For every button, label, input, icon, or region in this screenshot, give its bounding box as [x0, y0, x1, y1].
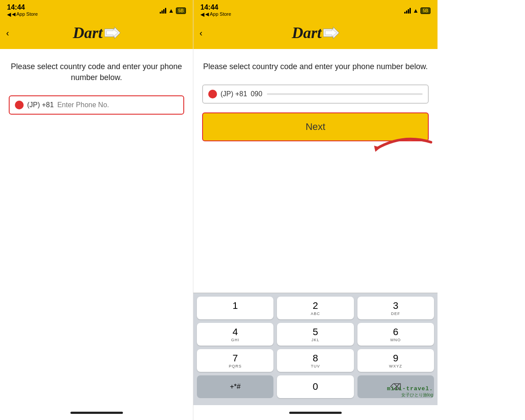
right-status-left: 14:44 ◀ ◀ App Store	[200, 4, 231, 18]
left-home-bar	[70, 412, 123, 414]
left-dart-arrow-icon	[105, 26, 120, 39]
left-phone-input-container[interactable]: (JP) +81	[9, 95, 184, 115]
watermark: miii-travel. 女子ひとり旅log	[387, 385, 433, 398]
left-back-arrow-icon: ◀	[7, 11, 11, 18]
right-home-bar	[289, 412, 342, 414]
left-phone-input[interactable]	[57, 101, 178, 109]
key-4[interactable]: 4 GHI	[197, 323, 273, 346]
left-status-left: 14:44 ◀ ◀ App Store	[7, 4, 38, 18]
right-status-bar: 14:44 ◀ ◀ App Store ▲ 5B	[193, 0, 438, 19]
right-wifi-icon: ▲	[413, 7, 419, 14]
right-app-header: ‹ Dart	[193, 19, 438, 49]
key-8[interactable]: 8 TUV	[277, 349, 354, 372]
right-appstore-label: ◀ App Store	[205, 11, 231, 17]
watermark-subtitle: 女子ひとり旅log	[387, 392, 433, 398]
right-phone: 14:44 ◀ ◀ App Store ▲ 5B ‹ Dart	[193, 0, 438, 420]
right-header-back-icon[interactable]: ‹	[200, 28, 203, 38]
key-7[interactable]: 7 PQRS	[197, 349, 273, 372]
left-dart-text: Dart	[73, 24, 102, 42]
left-header-back-icon[interactable]: ‹	[6, 28, 9, 38]
right-back-arrow-icon: ◀	[200, 11, 204, 18]
right-flag-circle-icon	[208, 90, 217, 98]
left-phone: 14:44 ◀ ◀ App Store ▲ 5B ‹ Dart	[0, 0, 193, 420]
left-dart-logo: Dart	[73, 24, 120, 42]
right-home-indicator	[193, 405, 438, 420]
right-battery-icon: 5B	[420, 7, 430, 14]
right-appstore: ◀ ◀ App Store	[200, 11, 231, 18]
watermark-title: miii-travel.	[387, 385, 433, 392]
left-instruction: Please select country code and enter you…	[9, 61, 184, 83]
arrow-annotation	[350, 125, 438, 168]
key-9[interactable]: 9 WXYZ	[357, 349, 434, 372]
key-2[interactable]: 2 ABC	[277, 297, 354, 319]
right-phone-input-filled	[267, 93, 423, 95]
left-appstore: ◀ ◀ App Store	[7, 11, 38, 18]
left-home-indicator	[0, 405, 193, 420]
left-status-icons: ▲ 5B	[160, 7, 186, 14]
right-dart-arrow-icon	[323, 26, 339, 39]
right-phone-value-static: 090	[251, 90, 262, 98]
right-phone-input-container[interactable]: (JP) +81 090	[202, 84, 429, 104]
key-3[interactable]: 3 DEF	[357, 297, 434, 319]
right-instruction: Please select country code and enter you…	[203, 61, 427, 72]
right-dart-logo: Dart	[292, 24, 339, 42]
keyboard-grid: 1 2 ABC 3 DEF 4 GHI 5 JKL 6 MNO	[197, 297, 434, 372]
right-dart-text: Dart	[292, 24, 322, 42]
right-status-icons: ▲ 5B	[404, 7, 430, 14]
right-country-code: (JP) +81	[220, 90, 247, 98]
left-status-bar: 14:44 ◀ ◀ App Store ▲ 5B	[0, 0, 193, 19]
right-time: 14:44	[200, 4, 218, 11]
left-time: 14:44	[7, 4, 25, 11]
left-flag-circle-icon	[15, 101, 24, 109]
left-signal-icon	[160, 7, 166, 14]
key-6[interactable]: 6 MNO	[357, 323, 434, 346]
key-special[interactable]: +*#	[197, 375, 273, 398]
left-country-code: (JP) +81	[27, 101, 54, 109]
left-content: Please select country code and enter you…	[0, 49, 193, 405]
right-signal-icon	[404, 7, 411, 14]
left-battery-icon: 5B	[176, 7, 186, 14]
left-wifi-icon: ▲	[168, 7, 174, 14]
left-appstore-label: ◀ App Store	[12, 11, 38, 17]
key-5[interactable]: 5 JKL	[277, 323, 354, 346]
left-app-header: ‹ Dart	[0, 19, 193, 49]
key-1[interactable]: 1	[197, 297, 273, 319]
key-0[interactable]: 0	[277, 375, 354, 398]
